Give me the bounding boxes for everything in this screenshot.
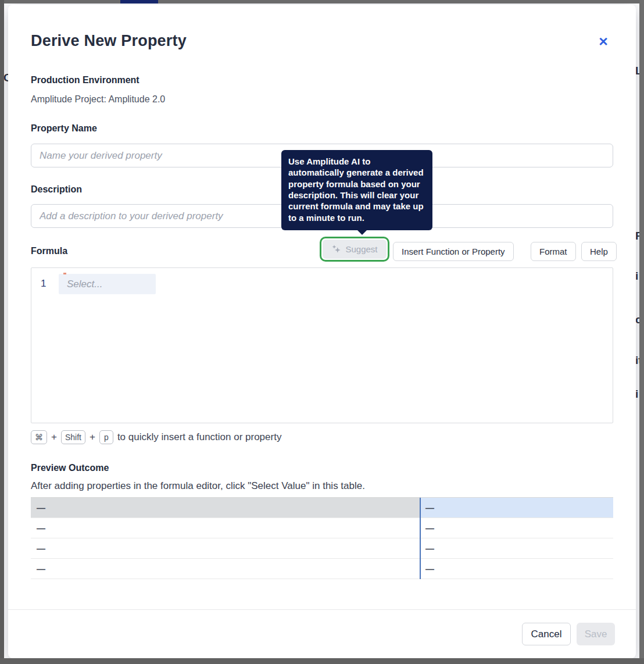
table-row[interactable]: — — [31, 498, 613, 518]
suggest-button-label: Suggest [345, 244, 377, 254]
p-key: p [99, 430, 113, 444]
screenshot-frame-left [0, 0, 4, 664]
suggest-tooltip-text: Use Amplitude AI to automatically genera… [288, 156, 424, 223]
editor-line-number: 1 [41, 278, 46, 290]
screenshot-frame-top [0, 0, 644, 3]
preview-table: — — — — — — — — [31, 497, 613, 579]
suggest-button[interactable]: Suggest [323, 240, 387, 259]
footer-divider [8, 609, 636, 610]
plus-sign: + [90, 431, 95, 443]
table-cell[interactable]: — [420, 518, 613, 538]
table-column-divider [420, 498, 421, 579]
suggest-highlight-ring: Suggest [320, 237, 389, 262]
table-cell[interactable]: — [31, 538, 420, 558]
save-button[interactable]: Save [577, 623, 615, 645]
tooltip-arrow [357, 230, 367, 235]
table-cell[interactable]: — [31, 559, 420, 579]
background-navy-bar [120, 0, 158, 3]
suggest-tooltip: Use Amplitude AI to automatically genera… [281, 150, 432, 230]
command-key: ⌘ [31, 430, 47, 444]
background-text-fragment: L [635, 65, 639, 76]
table-row[interactable]: — — [31, 538, 613, 559]
background-text-fragment: it [635, 355, 639, 366]
background-text-fragment: o [635, 314, 639, 325]
formula-label: Formula [31, 246, 67, 256]
shift-key: Shift [61, 430, 85, 444]
background-text-fragment: P [635, 230, 639, 241]
table-cell[interactable]: — [420, 538, 613, 558]
table-row[interactable]: — — [31, 518, 613, 538]
modal-title: Derive New Property [31, 32, 187, 50]
table-cell[interactable]: — [420, 559, 613, 579]
shortcut-hint: ⌘ + Shift + p to quickly insert a functi… [31, 430, 281, 444]
environment-label: Production Environment [31, 75, 139, 85]
environment-project: Amplitude Project: Amplitude 2.0 [31, 94, 165, 105]
table-cell[interactable]: — [31, 518, 420, 538]
preview-outcome-label: Preview Outcome [31, 463, 109, 473]
editor-cursor-mark [63, 273, 66, 274]
insert-function-or-property-button[interactable]: Insert Function or Property [393, 242, 514, 261]
sparkles-icon [331, 244, 341, 254]
help-button[interactable]: Help [581, 242, 617, 261]
formula-editor[interactable]: 1 Select... [31, 267, 613, 423]
property-name-label: Property Name [31, 123, 97, 134]
cancel-button[interactable]: Cancel [522, 623, 571, 645]
table-row[interactable]: — — [31, 559, 613, 579]
preview-outcome-caption: After adding properties in the formula e… [31, 480, 365, 492]
description-label: Description [31, 184, 82, 195]
table-cell[interactable]: — [31, 498, 420, 517]
formula-select-placeholder[interactable]: Select... [59, 274, 156, 294]
derive-new-property-modal: Derive New Property ✕ Production Environ… [8, 5, 636, 658]
screenshot-frame-bottom [0, 658, 644, 664]
close-icon[interactable]: ✕ [594, 33, 613, 51]
screenshot-frame-right [639, 0, 644, 664]
plus-sign: + [51, 431, 57, 443]
shortcut-hint-text: to quickly insert a function or property [117, 431, 282, 443]
table-cell[interactable]: — [420, 498, 613, 517]
format-button[interactable]: Format [531, 242, 576, 261]
